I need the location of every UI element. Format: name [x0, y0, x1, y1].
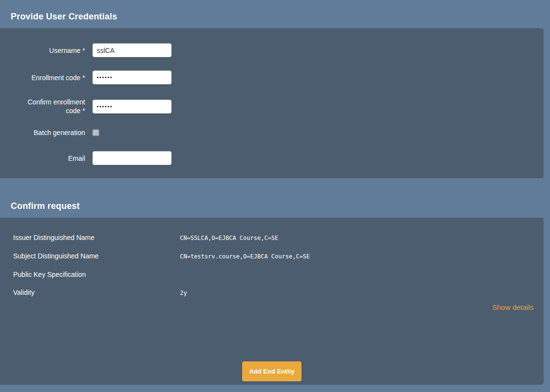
batch-generation-label: Batch generation — [0, 128, 85, 137]
credentials-section-title: Provide User Credentials — [0, 12, 117, 28]
email-input[interactable] — [92, 151, 172, 165]
add-end-entity-button[interactable]: Add End Entity — [242, 361, 301, 381]
credentials-panel: Username * Enrollment code * Confirm enr… — [0, 28, 544, 178]
batch-generation-row: Batch generation — [0, 128, 544, 137]
issuer-dn-value: CN=SSLCA,O=EJBCA Course,C=SE — [180, 235, 278, 242]
validity-value: 2y — [180, 290, 187, 297]
username-input[interactable] — [92, 43, 172, 57]
email-label: Email — [0, 154, 85, 163]
show-details-row: Show details — [13, 303, 544, 312]
subject-dn-label: Subject Distinguished Name — [13, 252, 180, 260]
subject-dn-value: CN=testsrv.course,O=EJBCA Course,C=SE — [180, 253, 310, 260]
enrollment-code-row: Enrollment code * — [0, 70, 544, 85]
page: Provide User Credentials Username * Enro… — [0, 0, 550, 392]
confirm-section-header: Confirm request — [0, 178, 550, 218]
enrollment-code-label: Enrollment code * — [0, 73, 85, 82]
issuer-dn-label: Issuer Distinguished Name — [13, 234, 180, 241]
button-row: Add End Entity — [0, 361, 544, 381]
validity-row: Validity 2y — [13, 289, 544, 297]
show-details-link[interactable]: Show details — [492, 303, 533, 311]
subject-dn-row: Subject Distinguished Name CN=testsrv.co… — [13, 252, 544, 260]
confirm-enrollment-code-label: Confirm enrollment code * — [0, 98, 85, 115]
email-row: Email — [0, 151, 544, 165]
confirm-enrollment-code-input[interactable] — [92, 100, 172, 114]
public-key-spec-label: Public Key Specification — [13, 271, 180, 278]
public-key-spec-row: Public Key Specification — [13, 271, 544, 278]
username-row: Username * — [0, 43, 544, 57]
confirm-enrollment-code-row: Confirm enrollment code * — [0, 98, 544, 115]
credentials-section-header: Provide User Credentials — [0, 0, 550, 28]
validity-label: Validity — [13, 289, 180, 296]
confirm-section-title: Confirm request — [0, 201, 80, 218]
enrollment-code-input[interactable] — [92, 70, 172, 85]
batch-generation-checkbox[interactable] — [92, 129, 99, 136]
username-label: Username * — [0, 46, 85, 55]
issuer-dn-row: Issuer Distinguished Name CN=SSLCA,O=EJB… — [13, 234, 544, 242]
confirm-panel: Issuer Distinguished Name CN=SSLCA,O=EJB… — [0, 218, 544, 385]
